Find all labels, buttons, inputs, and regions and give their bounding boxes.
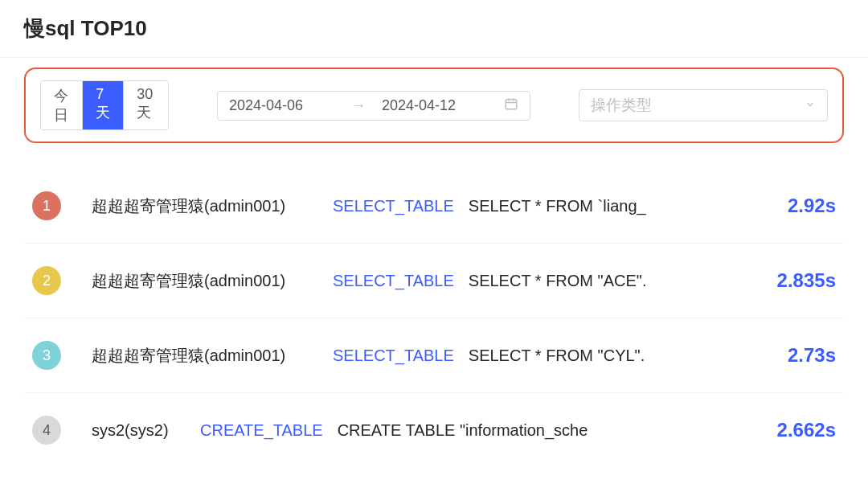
operation-type: SELECT_TABLE	[333, 347, 454, 365]
filter-bar: 今日 7 天 30 天 2024-04-06 → 2024-04-12 操作类型	[24, 68, 844, 143]
calendar-icon	[504, 96, 518, 115]
duration: 2.92s	[772, 195, 836, 217]
chevron-down-icon	[805, 99, 816, 113]
sql-text: SELECT * FROM "ACE".	[469, 272, 761, 290]
list-item: 1 超超超寄管理猿(admin001) SELECT_TABLE SELECT …	[24, 169, 844, 244]
date-start: 2024-04-06	[229, 97, 335, 114]
list-item: 4 sys2(sys2) CREATE_TABLE CREATE TABLE "…	[24, 393, 844, 467]
divider	[0, 57, 868, 58]
duration: 2.835s	[761, 269, 836, 292]
segment-7days[interactable]: 7 天	[83, 81, 124, 129]
user-label: 超超超寄管理猿(admin001)	[92, 270, 325, 292]
operation-type: CREATE_TABLE	[200, 421, 323, 440]
date-range-picker[interactable]: 2024-04-06 → 2024-04-12	[217, 91, 530, 121]
operation-type: SELECT_TABLE	[333, 197, 454, 215]
user-label: 超超超寄管理猿(admin001)	[92, 345, 325, 367]
rank-badge: 3	[32, 341, 61, 370]
segment-30days[interactable]: 30 天	[124, 81, 168, 129]
list-item: 3 超超超寄管理猿(admin001) SELECT_TABLE SELECT …	[24, 318, 844, 393]
select-placeholder: 操作类型	[591, 95, 652, 116]
list-item: 2 超超超寄管理猿(admin001) SELECT_TABLE SELECT …	[24, 244, 844, 318]
arrow-right-icon: →	[351, 97, 366, 114]
operation-type-select[interactable]: 操作类型	[579, 89, 828, 121]
rank-badge: 4	[32, 416, 61, 445]
svg-rect-0	[506, 99, 517, 109]
slow-sql-list: 1 超超超寄管理猿(admin001) SELECT_TABLE SELECT …	[24, 169, 844, 467]
duration: 2.73s	[772, 344, 836, 367]
sql-text: SELECT * FROM "CYL".	[469, 347, 772, 365]
duration: 2.662s	[761, 419, 836, 441]
date-end: 2024-04-12	[382, 97, 488, 114]
segment-today[interactable]: 今日	[41, 81, 83, 129]
user-label: sys2(sys2)	[92, 421, 192, 440]
sql-text: CREATE TABLE "information_sche	[338, 421, 761, 440]
operation-type: SELECT_TABLE	[333, 272, 454, 290]
page-title: 慢sql TOP10	[24, 14, 844, 43]
sql-text: SELECT * FROM `liang_	[469, 197, 772, 215]
time-range-segments: 今日 7 天 30 天	[40, 80, 169, 130]
user-label: 超超超寄管理猿(admin001)	[92, 195, 325, 217]
rank-badge: 1	[32, 191, 61, 220]
rank-badge: 2	[32, 266, 61, 295]
